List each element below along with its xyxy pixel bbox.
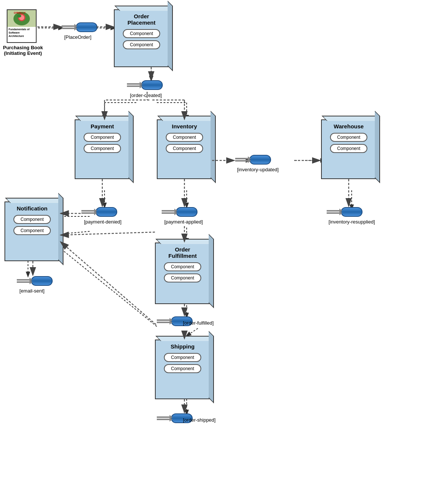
shipping-box: Shipping Component Component — [155, 340, 210, 399]
shipping-component1: Component — [164, 353, 201, 362]
book-caption: Purchasing Book(Initiating Event) — [3, 45, 43, 56]
queue-arrows-9 — [157, 416, 170, 421]
notification-box: Notification Component Component — [4, 201, 60, 261]
order-fulfillment-box: OrderFulfillment Component Component — [155, 243, 210, 304]
queue-cylinder-6 — [341, 207, 363, 217]
queue-arrows — [62, 25, 75, 29]
svg-point-23 — [17, 15, 21, 18]
inventory-title: Inventory — [172, 123, 197, 129]
svg-line-44 — [60, 242, 156, 325]
queue-arrows-7 — [17, 279, 30, 283]
payment-applied-label: [payment-applied] — [164, 219, 203, 225]
notification-component1: Component — [13, 215, 51, 224]
place-order-queue — [62, 22, 97, 32]
inventory-updated-queue — [235, 155, 271, 165]
order-shipped-label: [order-shipped] — [183, 417, 215, 423]
queue-arrows-5 — [162, 210, 175, 214]
order-created-label: [order-created] — [130, 93, 162, 98]
order-fulfillment-component2: Component — [164, 273, 201, 282]
queue-cylinder — [76, 22, 97, 32]
payment-applied-queue — [162, 207, 197, 217]
notification-title: Notification — [17, 205, 48, 212]
warehouse-component2: Component — [330, 144, 367, 153]
queue-cylinder-4 — [96, 207, 117, 217]
order-placement-box: OrderPlacement Component Component — [114, 9, 169, 67]
svg-text:O'REILLY: O'REILLY — [14, 12, 26, 14]
queue-cylinder-3 — [249, 155, 271, 165]
order-fulfillment-title: OrderFulfillment — [168, 246, 197, 259]
queue-arrows-8 — [157, 319, 170, 323]
payment-denied-label: [payment-denied] — [84, 219, 121, 225]
svg-line-40 — [60, 232, 155, 235]
queue-arrows-2 — [127, 83, 140, 87]
svg-line-17 — [187, 328, 198, 336]
payment-component2: Component — [84, 144, 121, 153]
email-sent-queue — [17, 276, 53, 286]
payment-box: Payment Component Component — [75, 119, 130, 179]
notification-component2: Component — [13, 226, 51, 235]
payment-component1: Component — [84, 133, 121, 142]
order-fulfillment-component1: Component — [164, 262, 201, 271]
shipping-component2: Component — [164, 364, 201, 373]
warehouse-box: Warehouse Component Component — [321, 119, 376, 179]
warehouse-title: Warehouse — [334, 123, 364, 129]
book-image: O'REILLY Fundamentals of Software Archit… — [7, 9, 37, 43]
main-arrows — [0, 0, 448, 497]
order-placement-title: OrderPlacement — [127, 13, 155, 26]
payment-title: Payment — [91, 123, 114, 129]
queue-cylinder-2 — [141, 80, 163, 90]
order-created-queue — [127, 80, 163, 90]
inventory-resupplied-label: [inventory-resupplied] — [329, 219, 375, 225]
book-cover: O'REILLY — [7, 10, 36, 27]
order-placement-component2: Component — [123, 40, 160, 49]
book-text: Fundamentals of Software Architecture — [7, 27, 36, 38]
queue-cylinder-5 — [176, 207, 197, 217]
warehouse-component1: Component — [330, 133, 367, 142]
inventory-box: Inventory Component Component — [157, 119, 212, 179]
arrows-svg — [0, 0, 448, 497]
order-placement-component1: Component — [123, 29, 160, 38]
queue-arrows-4 — [81, 210, 95, 214]
queue-arrows-6 — [327, 210, 340, 214]
shipping-title: Shipping — [171, 343, 195, 350]
inventory-component2: Component — [166, 144, 203, 153]
svg-line-18 — [49, 239, 157, 326]
queue-cylinder-7 — [31, 276, 53, 286]
inventory-component1: Component — [166, 133, 203, 142]
inventory-resupplied-queue — [327, 207, 363, 217]
order-fulfilled-label: [order-fulfilled] — [183, 320, 214, 326]
payment-denied-queue — [81, 207, 117, 217]
email-sent-label: [email-sent] — [19, 288, 44, 294]
place-order-label: [PlaceOrder] — [64, 34, 91, 40]
diagram-container: O'REILLY Fundamentals of Software Archit… — [0, 0, 448, 497]
inventory-updated-label: [inventory-updated] — [237, 167, 279, 172]
queue-arrows-3 — [235, 157, 249, 162]
